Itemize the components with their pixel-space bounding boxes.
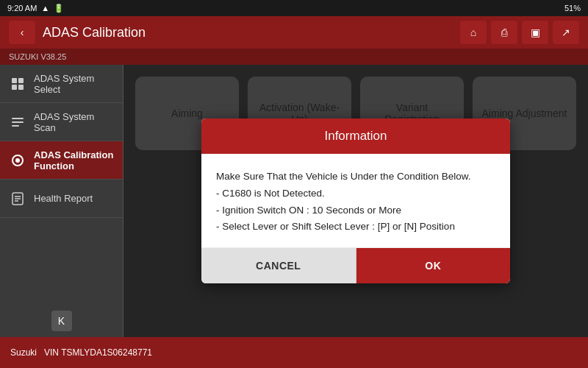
exit-button[interactable]: ↗ bbox=[553, 21, 579, 44]
screen-button[interactable]: ▣ bbox=[522, 21, 548, 44]
exit-icon: ↗ bbox=[562, 26, 570, 38]
health-report-icon bbox=[9, 190, 26, 208]
cancel-button[interactable]: CANCEL bbox=[201, 248, 356, 283]
sidebar-item-adas-calibration-function[interactable]: ADAS Calibration Function bbox=[0, 141, 123, 180]
sidebar-item-adas-system-scan[interactable]: ADAS System Scan bbox=[0, 103, 123, 141]
status-right: 51% bbox=[564, 4, 581, 13]
sidebar-arrow-area: K bbox=[0, 305, 123, 337]
sidebar-label-adas-system-select: ADAS System Select bbox=[34, 73, 114, 95]
battery-icon: 🔋 bbox=[54, 4, 64, 13]
dialog-title: Information bbox=[324, 129, 387, 143]
dialog-body: Make Sure That the Vehicle is Under the … bbox=[201, 154, 510, 248]
sidebar: ADAS System Select ADAS System Scan ADAS… bbox=[0, 65, 123, 337]
sidebar-spacer bbox=[0, 218, 123, 305]
print-icon: ⎙ bbox=[501, 26, 507, 38]
footer-make: Suzuki bbox=[10, 347, 37, 358]
main-layout: ADAS System Select ADAS System Scan ADAS… bbox=[0, 65, 588, 337]
svg-rect-0 bbox=[12, 78, 17, 83]
print-button[interactable]: ⎙ bbox=[491, 21, 517, 44]
adas-system-scan-icon bbox=[9, 113, 26, 131]
sidebar-label-health-report: Health Report bbox=[34, 193, 93, 204]
status-left: 9:20 AM ▲ 🔋 bbox=[7, 4, 64, 13]
wifi-icon: ▲ bbox=[41, 4, 49, 13]
sidebar-label-adas-calibration-function: ADAS Calibration Function bbox=[34, 149, 114, 171]
dialog-footer: CANCEL OK bbox=[201, 247, 510, 283]
battery-percent: 51% bbox=[564, 4, 581, 13]
sidebar-item-health-report[interactable]: Health Report bbox=[0, 180, 123, 218]
home-icon: ⌂ bbox=[470, 26, 476, 38]
content-area: Aiming Activation (Wake-Up) Variant Regi… bbox=[123, 65, 588, 337]
header: ‹ ADAS Calibration ⌂ ⎙ ▣ ↗ bbox=[0, 16, 588, 49]
sidebar-label-adas-system-scan: ADAS System Scan bbox=[34, 111, 114, 133]
adas-calibration-icon bbox=[9, 152, 26, 169]
dialog-overlay: Information Make Sure That the Vehicle i… bbox=[123, 65, 588, 337]
svg-rect-5 bbox=[12, 121, 24, 123]
screen-icon: ▣ bbox=[531, 26, 540, 38]
dialog-message: Make Sure That the Vehicle is Under the … bbox=[216, 171, 470, 233]
svg-rect-6 bbox=[12, 125, 19, 127]
adas-system-select-icon bbox=[9, 75, 26, 93]
sidebar-item-adas-system-select[interactable]: ADAS System Select bbox=[0, 65, 123, 103]
information-dialog: Information Make Sure That the Vehicle i… bbox=[201, 118, 510, 284]
header-left: ‹ ADAS Calibration bbox=[9, 21, 146, 44]
status-bar: 9:20 AM ▲ 🔋 51% bbox=[0, 0, 588, 16]
svg-rect-1 bbox=[18, 78, 24, 83]
page-title: ADAS Calibration bbox=[43, 25, 146, 40]
time-display: 9:20 AM bbox=[7, 4, 37, 13]
header-actions: ⌂ ⎙ ▣ ↗ bbox=[460, 21, 579, 44]
footer: Suzuki VIN TSMLYDA1S06248771 bbox=[0, 337, 588, 368]
svg-rect-3 bbox=[18, 85, 24, 90]
svg-point-8 bbox=[15, 158, 20, 163]
back-button[interactable]: ‹ bbox=[9, 21, 35, 44]
svg-rect-4 bbox=[12, 118, 24, 119]
footer-vin: VIN TSMLYDA1S06248771 bbox=[44, 347, 152, 358]
home-button[interactable]: ⌂ bbox=[460, 21, 487, 44]
ok-button[interactable]: OK bbox=[356, 248, 511, 283]
dialog-header: Information bbox=[201, 118, 510, 154]
version-label: SUZUKI V38.25 bbox=[9, 52, 66, 61]
svg-rect-2 bbox=[12, 85, 17, 90]
sub-header: SUZUKI V38.25 bbox=[0, 49, 588, 65]
sidebar-collapse-button[interactable]: K bbox=[51, 311, 72, 331]
